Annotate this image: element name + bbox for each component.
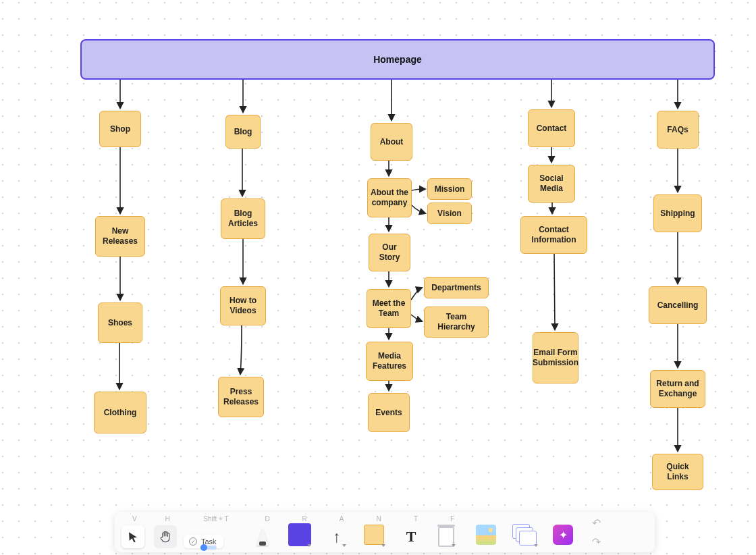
node-label: Cancelling	[657, 300, 699, 311]
node-label: Departments	[431, 283, 481, 293]
shortcut-label: Shift + T	[203, 515, 228, 523]
node-media-features[interactable]: Media Features	[366, 342, 413, 381]
node-label: Events	[375, 408, 402, 418]
node-return-exchange[interactable]: Return and Exchange	[650, 370, 705, 408]
shortcut-label: T	[414, 515, 418, 523]
hand-tool-button[interactable]	[154, 525, 177, 548]
chevron-down-icon	[534, 544, 538, 547]
shortcut-label: F	[450, 515, 454, 523]
chevron-down-icon	[452, 544, 456, 547]
node-contact-info[interactable]: Contact Information	[520, 216, 587, 254]
node-label: Blog	[234, 127, 252, 137]
node-label: Meet the Team	[370, 298, 408, 319]
toolbar: V H Shift + T ✓ Task D R A ↑	[115, 512, 655, 552]
node-faqs[interactable]: FAQs	[657, 111, 699, 149]
shortcut-label: D	[265, 515, 269, 523]
node-label: Shop	[110, 124, 130, 134]
image-icon	[476, 525, 496, 545]
node-label: Contact Information	[524, 225, 584, 245]
node-contact[interactable]: Contact	[528, 109, 575, 147]
undo-icon: ↶	[592, 517, 601, 529]
node-cancelling[interactable]: Cancelling	[649, 286, 707, 324]
node-label: Vision	[437, 209, 462, 219]
toggle-icon	[200, 546, 217, 550]
pen-icon	[256, 528, 269, 546]
node-mission[interactable]: Mission	[427, 178, 472, 200]
node-quick-links[interactable]: Quick Links	[652, 454, 703, 490]
node-label: Homepage	[373, 54, 422, 65]
node-label: Blog Articles	[224, 209, 262, 229]
templates-button[interactable]	[509, 521, 540, 548]
arrow-tool-button[interactable]: ↑	[325, 525, 348, 548]
node-label: How to Videos	[223, 296, 263, 316]
node-label: Media Features	[369, 351, 410, 371]
diagram-connectors	[0, 0, 756, 555]
node-homepage[interactable]: Homepage	[80, 39, 715, 80]
node-blog[interactable]: Blog	[225, 115, 261, 149]
node-team-hierarchy[interactable]: Team Hierarchy	[424, 307, 489, 338]
node-label: Email Form Submission	[533, 348, 578, 368]
check-circle-icon: ✓	[189, 537, 197, 546]
templates-icon	[512, 524, 537, 546]
node-label: Quick Links	[655, 462, 700, 482]
text-icon: T	[406, 528, 416, 546]
node-label: Our Story	[372, 242, 407, 263]
cursor-icon	[127, 531, 139, 543]
arrow-up-icon: ↑	[333, 527, 341, 546]
sticky-note-icon	[364, 525, 384, 545]
chevron-down-icon	[381, 544, 385, 547]
task-tool-button[interactable]: ✓ Task	[184, 535, 223, 548]
node-meet-team[interactable]: Meet the Team	[367, 289, 411, 328]
sparkle-icon: ✦	[553, 525, 573, 545]
shortcut-label: V	[132, 515, 137, 523]
node-label: About	[380, 137, 404, 147]
shape-tool-button[interactable]	[286, 521, 313, 548]
redo-button[interactable]: ↷	[589, 534, 603, 549]
sticky-tool-button[interactable]	[360, 521, 387, 548]
redo-icon: ↷	[592, 535, 601, 548]
image-tool-button[interactable]	[473, 521, 500, 548]
node-shipping[interactable]: Shipping	[653, 194, 702, 232]
node-social-media[interactable]: Social Media	[528, 165, 575, 203]
node-email-form[interactable]: Email Form Submission	[533, 332, 578, 384]
node-clothing[interactable]: Clothing	[94, 392, 146, 433]
shortcut-label: H	[165, 515, 169, 523]
node-vision[interactable]: Vision	[427, 203, 472, 224]
node-label: New Releases	[99, 226, 142, 246]
node-blog-articles[interactable]: Blog Articles	[221, 199, 265, 239]
node-label: Return and Exchange	[653, 379, 702, 399]
node-label: Contact	[537, 124, 567, 134]
node-our-story[interactable]: Our Story	[369, 234, 410, 271]
node-label: Social Media	[531, 174, 572, 194]
node-label: Team Hierarchy	[427, 312, 485, 332]
node-label: Clothing	[104, 408, 137, 418]
frame-tool-button[interactable]	[435, 525, 458, 548]
node-label: Shoes	[108, 318, 132, 328]
chevron-down-icon	[307, 544, 311, 547]
node-about-company[interactable]: About the company	[367, 178, 412, 217]
node-events[interactable]: Events	[368, 393, 410, 432]
node-label: Press Releases	[221, 387, 261, 407]
node-how-to-videos[interactable]: How to Videos	[220, 286, 266, 325]
shortcut-label: A	[340, 515, 344, 523]
node-new-releases[interactable]: New Releases	[95, 216, 145, 257]
node-press-releases[interactable]: Press Releases	[218, 377, 264, 417]
square-icon	[288, 523, 311, 546]
hand-icon	[159, 530, 172, 544]
node-departments[interactable]: Departments	[424, 277, 489, 298]
node-label: About the company	[371, 188, 408, 208]
node-label: FAQs	[667, 125, 688, 135]
node-label: Shipping	[660, 209, 695, 219]
pen-tool-button[interactable]	[251, 525, 274, 548]
node-about[interactable]: About	[371, 123, 412, 161]
ai-assist-button[interactable]: ✦	[549, 521, 576, 548]
undo-button[interactable]: ↶	[589, 515, 603, 530]
text-tool-button[interactable]: T	[400, 525, 423, 548]
select-tool-button[interactable]	[122, 525, 144, 548]
node-label: Mission	[435, 184, 465, 194]
chevron-down-icon	[342, 544, 346, 547]
node-shoes[interactable]: Shoes	[98, 302, 142, 343]
node-shop[interactable]: Shop	[99, 111, 141, 147]
